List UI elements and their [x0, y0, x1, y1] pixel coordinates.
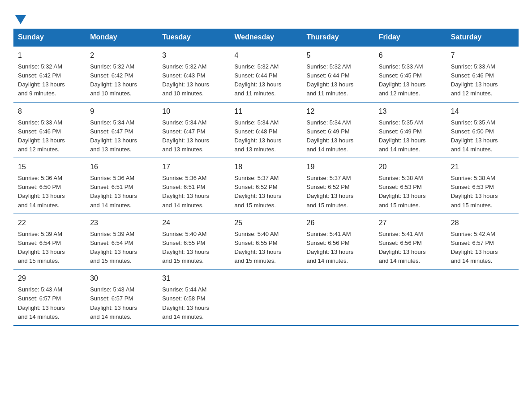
header-row: SundayMondayTuesdayWednesdayThursdayFrid… [13, 29, 519, 46]
day-info: Sunrise: 5:38 AMSunset: 6:53 PMDaylight:… [451, 174, 514, 210]
calendar-cell: 7Sunrise: 5:33 AMSunset: 6:46 PMDaylight… [446, 46, 519, 102]
calendar-cell: 5Sunrise: 5:32 AMSunset: 6:44 PMDaylight… [302, 46, 374, 102]
calendar-cell: 23Sunrise: 5:39 AMSunset: 6:54 PMDayligh… [86, 214, 158, 270]
day-info: Sunrise: 5:36 AMSunset: 6:51 PMDaylight:… [162, 174, 225, 210]
calendar-cell: 6Sunrise: 5:33 AMSunset: 6:45 PMDaylight… [374, 46, 446, 102]
calendar-cell: 20Sunrise: 5:38 AMSunset: 6:53 PMDayligh… [374, 158, 446, 214]
day-number: 8 [18, 106, 81, 117]
day-info: Sunrise: 5:41 AMSunset: 6:56 PMDaylight:… [307, 230, 370, 266]
calendar-cell: 29Sunrise: 5:43 AMSunset: 6:57 PMDayligh… [13, 270, 86, 325]
calendar-cell: 24Sunrise: 5:40 AMSunset: 6:55 PMDayligh… [158, 214, 230, 270]
day-info: Sunrise: 5:42 AMSunset: 6:57 PMDaylight:… [451, 230, 514, 266]
day-number: 31 [162, 273, 225, 284]
day-number: 17 [162, 162, 225, 172]
day-number: 22 [18, 218, 81, 228]
day-info: Sunrise: 5:36 AMSunset: 6:51 PMDaylight:… [90, 174, 153, 210]
day-number: 24 [162, 218, 225, 228]
calendar-cell: 17Sunrise: 5:36 AMSunset: 6:51 PMDayligh… [158, 158, 230, 214]
day-info: Sunrise: 5:34 AMSunset: 6:47 PMDaylight:… [90, 118, 153, 154]
calendar-cell: 22Sunrise: 5:39 AMSunset: 6:54 PMDayligh… [13, 214, 86, 270]
day-info: Sunrise: 5:38 AMSunset: 6:53 PMDaylight:… [379, 174, 442, 210]
calendar-cell: 16Sunrise: 5:36 AMSunset: 6:51 PMDayligh… [86, 158, 158, 214]
calendar-cell: 10Sunrise: 5:34 AMSunset: 6:47 PMDayligh… [158, 102, 230, 158]
calendar-cell: 26Sunrise: 5:41 AMSunset: 6:56 PMDayligh… [302, 214, 374, 270]
calendar-cell: 9Sunrise: 5:34 AMSunset: 6:47 PMDaylight… [86, 102, 158, 158]
day-info: Sunrise: 5:34 AMSunset: 6:49 PMDaylight:… [307, 118, 370, 154]
day-info: Sunrise: 5:37 AMSunset: 6:52 PMDaylight:… [307, 174, 370, 210]
day-number: 18 [234, 162, 297, 172]
day-number: 30 [90, 273, 153, 284]
day-number: 10 [162, 106, 225, 117]
column-header-wednesday: Wednesday [230, 29, 302, 46]
day-info: Sunrise: 5:32 AMSunset: 6:42 PMDaylight:… [18, 62, 81, 98]
calendar-cell: 3Sunrise: 5:32 AMSunset: 6:43 PMDaylight… [158, 46, 230, 102]
calendar-cell: 30Sunrise: 5:43 AMSunset: 6:57 PMDayligh… [86, 270, 158, 325]
day-number: 29 [18, 273, 81, 284]
column-header-saturday: Saturday [446, 29, 519, 46]
calendar-cell: 12Sunrise: 5:34 AMSunset: 6:49 PMDayligh… [302, 102, 374, 158]
day-number: 7 [451, 50, 514, 61]
column-header-tuesday: Tuesday [158, 29, 230, 46]
calendar-cell: 13Sunrise: 5:35 AMSunset: 6:49 PMDayligh… [374, 102, 446, 158]
calendar-cell: 4Sunrise: 5:32 AMSunset: 6:44 PMDaylight… [230, 46, 302, 102]
week-row-2: 8Sunrise: 5:33 AMSunset: 6:46 PMDaylight… [13, 102, 519, 158]
day-info: Sunrise: 5:39 AMSunset: 6:54 PMDaylight:… [90, 230, 153, 266]
day-info: Sunrise: 5:35 AMSunset: 6:50 PMDaylight:… [451, 118, 514, 154]
calendar-cell: 21Sunrise: 5:38 AMSunset: 6:53 PMDayligh… [446, 158, 519, 214]
column-header-thursday: Thursday [302, 29, 374, 46]
day-number: 23 [90, 218, 153, 228]
calendar-cell: 8Sunrise: 5:33 AMSunset: 6:46 PMDaylight… [13, 102, 86, 158]
day-number: 11 [234, 106, 297, 117]
day-info: Sunrise: 5:37 AMSunset: 6:52 PMDaylight:… [234, 174, 297, 210]
day-info: Sunrise: 5:32 AMSunset: 6:44 PMDaylight:… [307, 62, 370, 98]
day-number: 28 [451, 218, 514, 228]
day-number: 20 [379, 162, 442, 172]
column-header-friday: Friday [374, 29, 446, 46]
day-info: Sunrise: 5:32 AMSunset: 6:44 PMDaylight:… [234, 62, 297, 98]
week-row-1: 1Sunrise: 5:32 AMSunset: 6:42 PMDaylight… [13, 46, 519, 102]
calendar-cell [446, 270, 519, 325]
logo [13, 9, 26, 24]
week-row-5: 29Sunrise: 5:43 AMSunset: 6:57 PMDayligh… [13, 270, 519, 325]
calendar-body: 1Sunrise: 5:32 AMSunset: 6:42 PMDaylight… [13, 46, 519, 325]
day-number: 14 [451, 106, 514, 117]
calendar-cell: 19Sunrise: 5:37 AMSunset: 6:52 PMDayligh… [302, 158, 374, 214]
day-number: 26 [307, 218, 370, 228]
day-info: Sunrise: 5:44 AMSunset: 6:58 PMDaylight:… [162, 285, 225, 321]
calendar-cell [374, 270, 446, 325]
calendar-cell [302, 270, 374, 325]
calendar-header: SundayMondayTuesdayWednesdayThursdayFrid… [13, 29, 519, 46]
day-number: 27 [379, 218, 442, 228]
calendar-cell: 1Sunrise: 5:32 AMSunset: 6:42 PMDaylight… [13, 46, 86, 102]
calendar-cell: 27Sunrise: 5:41 AMSunset: 6:56 PMDayligh… [374, 214, 446, 270]
day-info: Sunrise: 5:40 AMSunset: 6:55 PMDaylight:… [162, 230, 225, 266]
column-header-monday: Monday [86, 29, 158, 46]
calendar-cell: 2Sunrise: 5:32 AMSunset: 6:42 PMDaylight… [86, 46, 158, 102]
day-info: Sunrise: 5:33 AMSunset: 6:46 PMDaylight:… [18, 118, 81, 154]
day-info: Sunrise: 5:33 AMSunset: 6:46 PMDaylight:… [451, 62, 514, 98]
day-info: Sunrise: 5:43 AMSunset: 6:57 PMDaylight:… [90, 285, 153, 321]
day-number: 25 [234, 218, 297, 228]
calendar-cell: 15Sunrise: 5:36 AMSunset: 6:50 PMDayligh… [13, 158, 86, 214]
week-row-4: 22Sunrise: 5:39 AMSunset: 6:54 PMDayligh… [13, 214, 519, 270]
day-info: Sunrise: 5:36 AMSunset: 6:50 PMDaylight:… [18, 174, 81, 210]
day-number: 4 [234, 50, 297, 61]
day-number: 1 [18, 50, 81, 61]
day-info: Sunrise: 5:32 AMSunset: 6:43 PMDaylight:… [162, 62, 225, 98]
day-number: 21 [451, 162, 514, 172]
day-number: 19 [307, 162, 370, 172]
calendar-cell: 14Sunrise: 5:35 AMSunset: 6:50 PMDayligh… [446, 102, 519, 158]
day-number: 16 [90, 162, 153, 172]
day-info: Sunrise: 5:34 AMSunset: 6:48 PMDaylight:… [234, 118, 297, 154]
week-row-3: 15Sunrise: 5:36 AMSunset: 6:50 PMDayligh… [13, 158, 519, 214]
day-info: Sunrise: 5:43 AMSunset: 6:57 PMDaylight:… [18, 285, 81, 321]
calendar-cell: 11Sunrise: 5:34 AMSunset: 6:48 PMDayligh… [230, 102, 302, 158]
calendar-cell: 28Sunrise: 5:42 AMSunset: 6:57 PMDayligh… [446, 214, 519, 270]
day-info: Sunrise: 5:35 AMSunset: 6:49 PMDaylight:… [379, 118, 442, 154]
calendar-cell [230, 270, 302, 325]
day-number: 13 [379, 106, 442, 117]
day-info: Sunrise: 5:41 AMSunset: 6:56 PMDaylight:… [379, 230, 442, 266]
logo-triangle-icon [15, 15, 26, 24]
day-info: Sunrise: 5:32 AMSunset: 6:42 PMDaylight:… [90, 62, 153, 98]
day-number: 3 [162, 50, 225, 61]
